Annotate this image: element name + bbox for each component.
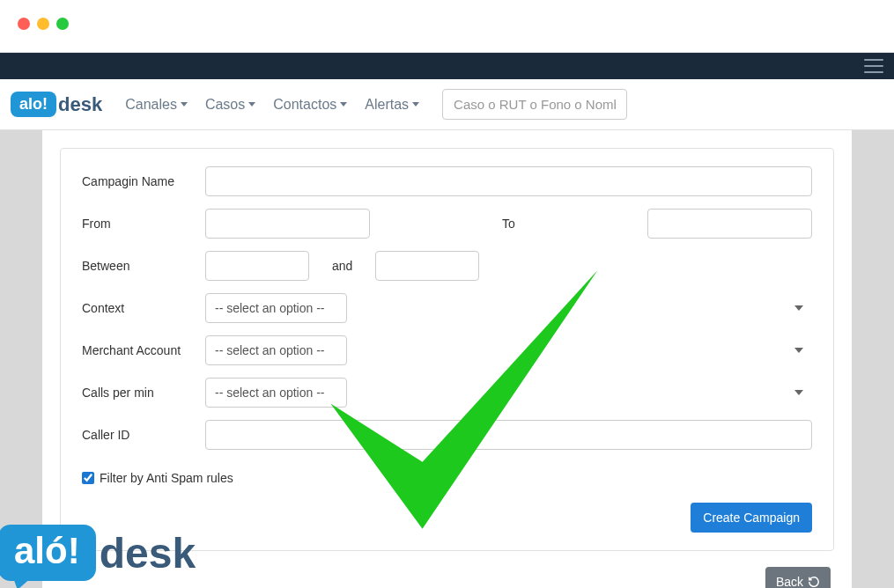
chevron-down-icon [248,102,255,107]
minimize-window-button[interactable] [37,18,49,30]
calls-per-min-label: Calls per min [82,386,205,400]
content-card: Campagin Name From To Between and Contex… [42,130,852,588]
chevron-down-icon [181,102,188,107]
between-start-input[interactable] [205,251,309,281]
context-select[interactable]: -- select an option -- [205,293,347,323]
top-dark-bar [0,53,894,79]
nav-links: Canales Casos Contactos Alertas [125,97,419,113]
big-logo-bubble: aló! [0,525,96,581]
filter-spam-label: Filter by Anti Spam rules [100,471,233,485]
and-label: and [332,259,352,273]
nav-link-alertas[interactable]: Alertas [365,97,419,113]
content-background: Campagin Name From To Between and Contex… [0,130,894,588]
from-label: From [82,217,205,231]
calls-per-min-select[interactable]: -- select an option -- [205,378,347,408]
between-end-input[interactable] [375,251,479,281]
chevron-down-icon [412,102,419,107]
hamburger-menu-icon[interactable] [864,59,883,73]
traffic-lights [18,18,69,30]
maximize-window-button[interactable] [56,18,69,30]
undo-icon [808,576,820,588]
merchant-account-label: Merchant Account [82,343,205,357]
chevron-down-icon [340,102,347,107]
caller-id-input[interactable] [205,420,812,450]
logo-text: desk [58,93,102,116]
big-logo-text: desk [100,529,196,577]
nav-link-contactos[interactable]: Contactos [273,97,347,113]
from-input[interactable] [205,209,370,239]
create-campaign-button[interactable]: Create Campaign [691,503,812,533]
close-window-button[interactable] [18,18,30,30]
merchant-account-select[interactable]: -- select an option -- [205,335,347,365]
campaign-form: Campagin Name From To Between and Contex… [60,148,834,551]
campaign-name-input[interactable] [205,166,812,196]
to-label: To [502,217,515,231]
campaign-name-label: Campagin Name [82,174,205,188]
big-logo-watermark: aló! desk [0,525,196,581]
logo-bubble: alo! [11,92,56,117]
window-chrome [0,0,894,53]
search-input[interactable] [442,89,627,120]
between-label: Between [82,259,205,273]
context-label: Context [82,301,205,315]
filter-spam-checkbox[interactable] [82,472,94,484]
nav-link-canales[interactable]: Canales [125,97,188,113]
main-navbar: alo! desk Canales Casos Contactos Alerta… [0,79,894,130]
nav-link-casos[interactable]: Casos [205,97,255,113]
back-button[interactable]: Back [765,567,831,588]
to-input[interactable] [647,209,812,239]
logo[interactable]: alo! desk [11,92,102,117]
caller-id-label: Caller ID [82,428,205,442]
